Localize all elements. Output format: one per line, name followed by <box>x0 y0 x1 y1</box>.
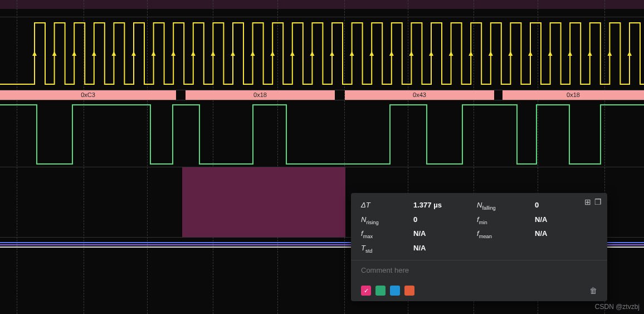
val-nrising: 0 <box>413 215 464 225</box>
svg-marker-2 <box>72 51 76 56</box>
decode-label[interactable]: 0xC3 <box>0 90 176 100</box>
svg-marker-0 <box>32 51 37 56</box>
copy-icon[interactable]: ❐ <box>594 197 602 206</box>
time-selection[interactable] <box>182 167 345 237</box>
svg-marker-16 <box>350 51 354 56</box>
svg-marker-23 <box>489 51 493 56</box>
watermark: CSDN @ztvzbj <box>595 303 640 311</box>
decode-label[interactable]: 0x18 <box>186 90 335 100</box>
color-swatch-blue[interactable] <box>390 286 400 296</box>
lbl-fmin: fmin <box>477 215 521 225</box>
val-nfalling: 0 <box>535 201 568 211</box>
measurement-panel[interactable]: ⊞ ❐ ΔT 1.377 µs Nfalling 0 Nrising 0 fmi… <box>351 193 607 301</box>
trash-icon[interactable]: 🗑 <box>589 286 597 295</box>
svg-marker-27 <box>568 51 572 56</box>
svg-marker-15 <box>330 51 334 56</box>
svg-marker-10 <box>231 51 235 56</box>
val-fmax: N/A <box>413 229 464 239</box>
lbl-fmax: fmax <box>361 229 400 239</box>
svg-marker-17 <box>369 51 374 56</box>
svg-marker-12 <box>270 51 275 56</box>
color-swatch-green[interactable] <box>375 286 386 296</box>
lbl-tstd: Tstd <box>361 244 400 254</box>
svg-marker-25 <box>528 51 533 56</box>
clock-row[interactable] <box>0 17 644 89</box>
svg-marker-22 <box>469 51 473 56</box>
svg-marker-11 <box>251 51 255 56</box>
svg-marker-3 <box>92 51 96 56</box>
svg-marker-5 <box>131 51 136 56</box>
lbl-fmean: fmean <box>477 229 521 239</box>
panel-footer: 🗑 <box>361 286 597 296</box>
svg-marker-20 <box>429 51 433 56</box>
svg-marker-30 <box>627 51 632 56</box>
lbl-delta-t: ΔT <box>361 201 400 211</box>
svg-marker-4 <box>111 51 116 56</box>
svg-marker-13 <box>290 51 295 56</box>
svg-marker-24 <box>508 51 513 56</box>
grid-icon[interactable]: ⊞ <box>584 197 591 206</box>
val-fmean: N/A <box>535 229 568 239</box>
svg-marker-1 <box>52 51 57 56</box>
clock-waveform <box>0 17 644 90</box>
svg-marker-21 <box>449 51 453 56</box>
comment-input[interactable] <box>361 266 597 277</box>
svg-marker-7 <box>171 51 175 56</box>
val-tstd: N/A <box>413 244 464 254</box>
signal-row[interactable] <box>0 100 644 167</box>
svg-marker-26 <box>548 51 553 56</box>
svg-marker-28 <box>588 51 592 56</box>
decode-label[interactable]: 0x18 <box>502 90 644 100</box>
decode-label[interactable]: 0x43 <box>345 90 494 100</box>
color-swatch-orange[interactable] <box>404 286 414 296</box>
svg-marker-9 <box>211 51 215 56</box>
lbl-nrising: Nrising <box>361 215 400 225</box>
svg-marker-8 <box>191 51 196 56</box>
signal-waveform <box>0 100 644 167</box>
panel-icons: ⊞ ❐ <box>584 197 602 206</box>
svg-marker-29 <box>607 51 612 56</box>
val-delta-t: 1.377 µs <box>413 201 464 211</box>
decode-row: 0xC30x180x430x18 <box>0 90 644 100</box>
svg-marker-18 <box>389 51 394 56</box>
svg-marker-14 <box>310 51 314 56</box>
svg-marker-19 <box>409 51 413 56</box>
val-fmin: N/A <box>535 215 568 225</box>
lbl-nfalling: Nfalling <box>477 201 521 211</box>
color-swatch-pink[interactable] <box>361 286 371 296</box>
metrics-grid: ΔT 1.377 µs Nfalling 0 Nrising 0 fmin N/… <box>361 201 597 253</box>
svg-marker-6 <box>152 51 156 56</box>
